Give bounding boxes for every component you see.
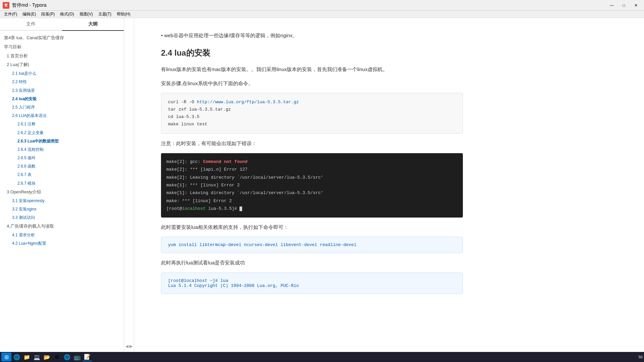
code-block-install: curl -R -O http://www.lua.org/ftp/lua-5.… — [161, 93, 463, 134]
outline-item-s1[interactable]: 1 首页分析 — [0, 52, 124, 61]
outline-item-s268[interactable]: 2.6.7 模块 — [0, 179, 124, 188]
menu-file[interactable]: 文件(F) — [1, 11, 20, 18]
menu-format[interactable]: 格式(O) — [57, 11, 76, 18]
taskbar-folder[interactable]: 📂 — [42, 353, 52, 361]
taskbar-edge[interactable]: 🌐 — [62, 353, 72, 361]
outline-item-s33[interactable]: 3.3 测试访问 — [0, 214, 124, 222]
outline-item-s265[interactable]: 2.6.5 循环 — [0, 154, 124, 162]
sidebar-tabs: 文件 大纲 — [0, 18, 124, 31]
content-area[interactable]: web谷器中应用处理一些边缘/缓存等等的逻辑，例如nginx。 2.4 lua的… — [134, 18, 644, 352]
outline-item-s267[interactable]: 2.6.7 表 — [0, 171, 124, 179]
paragraph-2: 安装步骤,在linux系统中执行下面的命令。 — [161, 79, 463, 88]
tab-files[interactable]: 文件 — [0, 18, 62, 31]
outline-item-s41[interactable]: 4.1 需求分析 — [0, 231, 124, 239]
taskbar-media[interactable]: 📺 — [72, 353, 82, 361]
menu-bar: 文件(F) 编辑(E) 段落(P) 格式(O) 视图(V) 主题(T) 帮助(H… — [0, 11, 644, 18]
taskbar-browser[interactable]: 🌐 — [12, 353, 21, 361]
menu-edit[interactable]: 编辑(E) — [20, 11, 39, 18]
terminal-line-1: make[2]: gcc: Command not found — [166, 158, 458, 166]
taskbar-settings[interactable]: ⚙ — [52, 353, 62, 361]
close-button[interactable]: ✕ — [631, 2, 641, 9]
main-container: 文件 大纲 第4章 lua、Canal实现广告缓存学习目标1 首页分析2 Lua… — [0, 18, 644, 352]
code-block-yum: yum install libtermcap-devel ncurses-dev… — [161, 237, 463, 253]
paragraph-1: 有linux版本的安装也有mac版本的安装。。我们采用linux版本的安装，首先… — [161, 65, 463, 74]
minimize-button[interactable]: — — [606, 2, 617, 9]
outline-item-s264[interactable]: 2.6.4 流程控制 — [0, 145, 124, 154]
sidebar: 文件 大纲 第4章 lua、Canal实现广告缓存学习目标1 首页分析2 Lua… — [0, 18, 124, 352]
menu-paragraph[interactable]: 段落(P) — [39, 11, 57, 18]
code-line-3: cd lua-5.3.5 — [168, 113, 456, 121]
section-heading: 2.4 lua的安装 — [161, 48, 463, 58]
start-button[interactable]: ⊞ — [1, 353, 11, 361]
outline-item-s26[interactable]: 2.6 LUA的基本语法 — [0, 112, 124, 120]
paragraph-3: 注意：此时安装，有可能会出现如下错误： — [161, 139, 463, 148]
outline-item-s2[interactable]: 2 Lua(了解) — [0, 60, 124, 69]
code-line-4: make linux test — [168, 121, 456, 128]
result-line-2: Lua 5.1.4 Copyright (C) 1994-2008 Lua.or… — [168, 283, 456, 288]
tray-time: 50 — [639, 355, 643, 359]
document-content: web谷器中应用处理一些边缘/缓存等等的逻辑，例如nginx。 2.4 lua的… — [161, 32, 463, 294]
app-title: 暂停md - Typora — [12, 2, 46, 8]
taskbar: ⊞ 🌐 📁 💻 📂 ⚙ 🌐 📺 📝 50 — [0, 352, 644, 362]
tab-outline[interactable]: 大纲 — [62, 18, 124, 31]
taskbar-computer[interactable]: 💻 — [32, 353, 42, 361]
taskbar-file-manager[interactable]: 📁 — [22, 353, 32, 361]
terminal-line-4: make[1]: *** [linux] Error 2 — [166, 181, 458, 189]
terminal-line-6: make: *** [linux] Error 2 — [166, 197, 458, 205]
outline-item-s42[interactable]: 4.2 Lua+Nginx配置 — [0, 239, 124, 248]
terminal-line-7: [root@localhost lua-5.3.5]# — [166, 205, 458, 213]
outline-item-s31[interactable]: 3.1 安装openresty — [0, 197, 124, 205]
system-tray: 50 — [639, 355, 643, 359]
menu-view[interactable]: 视图(V) — [77, 11, 96, 18]
outline-item-ch4[interactable]: 第4章 lua、Canal实现广告缓存 — [0, 34, 124, 43]
outline-item-s32[interactable]: 3.2 安装nginx — [0, 205, 124, 214]
title-bar: 暂 暂停md - Typora — □ ✕ — [0, 0, 644, 11]
outline-item-s3[interactable]: 3 OpenResty介绍 — [0, 188, 124, 197]
outline-panel: 第4章 lua、Canal实现广告缓存学习目标1 首页分析2 Lua(了解)2.… — [0, 31, 124, 352]
outline-item-s261[interactable]: 2.6.1 注释 — [0, 120, 124, 128]
outline-item-s266[interactable]: 2.6.6 函数 — [0, 162, 124, 171]
outline-item-s22[interactable]: 2.2 特性 — [0, 78, 124, 86]
code-block-result: [root@localhost ~]# lua Lua 5.1.4 Copyri… — [161, 273, 463, 294]
terminal-line-2: make[2]: *** [lapi.o] Error 127 — [166, 166, 458, 173]
menu-theme[interactable]: 主题(T) — [96, 11, 114, 18]
outline-item-s262[interactable]: 2.6.2 定义变量 — [0, 129, 124, 137]
paragraph-4: 此时需要安装lua相关依赖库的支持，执行如下命令即可： — [161, 223, 463, 232]
menu-help[interactable]: 帮助(H) — [114, 11, 133, 18]
prev-bullet: web谷器中应用处理一些边缘/缓存等等的逻辑，例如nginx。 — [161, 32, 463, 40]
terminal-line-3: make[2]: Leaving directory `/usr/local/s… — [166, 174, 458, 181]
terminal-line-5: make[1]: Leaving directory `/usr/local/s… — [166, 189, 458, 197]
taskbar-typora[interactable]: 📝 — [83, 353, 92, 361]
result-line-1: [root@localhost ~]# lua — [168, 278, 456, 283]
code-line-1: curl -R -O http://www.lua.org/ftp/lua-5.… — [168, 99, 456, 106]
maximize-button[interactable]: □ — [619, 2, 629, 9]
outline-item-s23[interactable]: 2.3 应用场景 — [0, 86, 124, 95]
code-yum-line: yum install libtermcap-devel ncurses-dev… — [168, 242, 456, 247]
window-controls: — □ ✕ — [606, 2, 641, 9]
outline-item-s263[interactable]: 2.6.3 Lua中的数据类型 — [0, 137, 124, 145]
outline-item-s24[interactable]: 2.4 lua的安装 — [0, 95, 124, 103]
terminal-error-block: make[2]: gcc: Command not found make[2]:… — [161, 153, 463, 218]
resize-icon: ◀ ▶ — [125, 344, 132, 349]
code-line-2: tar zxf lua-5.3.5.tar.gz — [168, 106, 456, 113]
outline-item-s4[interactable]: 4.广告缓存的载入与读取 — [0, 222, 124, 231]
outline-item-goal[interactable]: 学习目标 — [0, 43, 124, 52]
outline-item-s25[interactable]: 2.5 入门程序 — [0, 103, 124, 112]
paragraph-5: 此时再执行lua测试看lua是否安装成功 — [161, 258, 463, 267]
app-icon: 暂 — [3, 2, 9, 9]
outline-item-s21[interactable]: 2.1 lua是什么 — [0, 69, 124, 78]
resize-handle[interactable]: ◀ ▶ — [124, 18, 134, 352]
